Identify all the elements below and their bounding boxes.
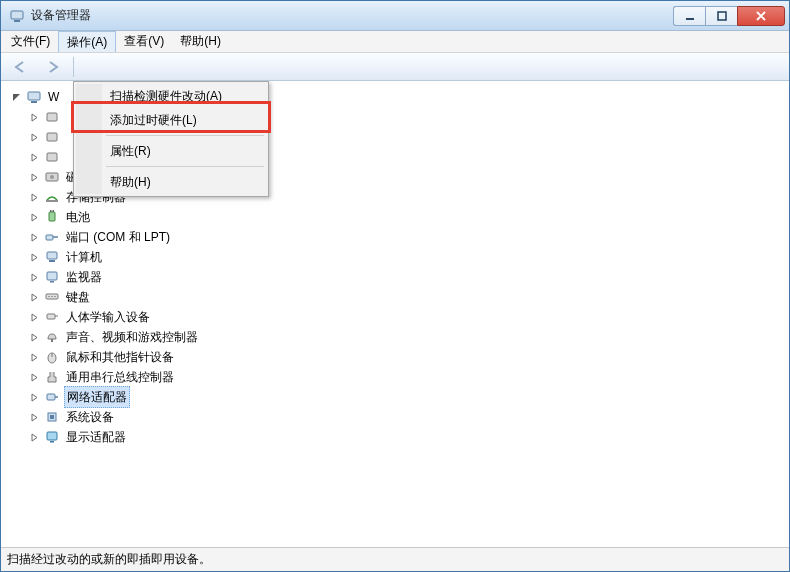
expand-toggle-icon[interactable] [29, 132, 40, 143]
svg-rect-0 [11, 11, 23, 19]
device-category-icon [44, 169, 60, 185]
action-dropdown: 扫描检测硬件改动(A) 添加过时硬件(L) 属性(R) 帮助(H) [73, 81, 269, 197]
tree-item-label: 电池 [64, 207, 92, 227]
tree-item[interactable]: 鼠标和其他指针设备 [11, 347, 787, 367]
menu-help[interactable]: 帮助(H) [172, 31, 229, 52]
device-category-icon [44, 309, 60, 325]
tree-item[interactable]: 显示适配器 [11, 427, 787, 447]
tree-item-label: 计算机 [64, 247, 104, 267]
menu-properties[interactable]: 属性(R) [76, 139, 266, 163]
tree-item[interactable]: 键盘 [11, 287, 787, 307]
svg-rect-14 [53, 210, 55, 212]
tree-item[interactable]: 电池 [11, 207, 787, 227]
svg-rect-13 [50, 210, 52, 212]
computer-icon [26, 89, 42, 105]
tree-item[interactable]: 声音、视频和游戏控制器 [11, 327, 787, 347]
svg-rect-24 [47, 314, 55, 319]
expand-toggle-icon[interactable] [29, 412, 40, 423]
menu-add-legacy-hw[interactable]: 添加过时硬件(L) [76, 108, 266, 132]
window-controls [673, 6, 785, 26]
forward-button[interactable] [39, 56, 67, 78]
tree-item[interactable]: 人体学输入设备 [11, 307, 787, 327]
expand-toggle-icon[interactable] [29, 352, 40, 363]
tree-item[interactable]: 计算机 [11, 247, 787, 267]
expand-toggle-icon[interactable] [29, 332, 40, 343]
device-icon [44, 109, 60, 125]
svg-rect-22 [51, 296, 53, 297]
menu-view[interactable]: 查看(V) [116, 31, 172, 52]
svg-rect-23 [54, 296, 56, 297]
expand-toggle-icon[interactable] [29, 212, 40, 223]
device-category-icon [44, 269, 60, 285]
tree-item-label: 系统设备 [64, 407, 116, 427]
expand-toggle-icon[interactable] [29, 312, 40, 323]
menu-help-item[interactable]: 帮助(H) [76, 170, 266, 194]
expand-toggle-icon[interactable] [29, 252, 40, 263]
tree-item-label: 鼠标和其他指针设备 [64, 347, 176, 367]
svg-rect-7 [47, 133, 57, 141]
tree-item[interactable]: 监视器 [11, 267, 787, 287]
device-category-icon [44, 249, 60, 265]
svg-rect-1 [14, 20, 20, 22]
window-title: 设备管理器 [31, 7, 673, 24]
svg-rect-6 [47, 113, 57, 121]
content-area: W磁盘驱动器存储控制器电池端口 (COM 和 LPT)计算机监视器键盘人体学输入… [1, 81, 789, 547]
maximize-button[interactable] [705, 6, 737, 26]
device-category-icon [44, 329, 60, 345]
expand-toggle-icon[interactable] [29, 392, 40, 403]
back-button[interactable] [7, 56, 35, 78]
expand-toggle-icon[interactable] [29, 172, 40, 183]
tree-item-label: 监视器 [64, 267, 104, 287]
expand-toggle-icon[interactable] [29, 272, 40, 283]
expand-toggle-icon[interactable] [29, 432, 40, 443]
expand-toggle-icon[interactable] [29, 192, 40, 203]
svg-rect-8 [47, 153, 57, 161]
tree-item[interactable]: 系统设备 [11, 407, 787, 427]
svg-rect-32 [50, 441, 54, 443]
device-category-icon [44, 409, 60, 425]
tree-item-label: 键盘 [64, 287, 92, 307]
device-category-icon [44, 369, 60, 385]
expand-toggle-icon[interactable] [11, 92, 22, 103]
toolbar-separator [73, 57, 74, 77]
menu-file[interactable]: 文件(F) [3, 31, 58, 52]
svg-rect-4 [28, 92, 40, 100]
device-manager-window: 设备管理器 文件(F) 操作(A) 查看(V) 帮助(H) W磁盘驱动器存储控制 [0, 0, 790, 572]
svg-rect-30 [50, 415, 54, 419]
svg-point-10 [50, 175, 54, 179]
tree-item-label: 端口 (COM 和 LPT) [64, 227, 172, 247]
dropdown-separator [106, 135, 264, 136]
device-icon [44, 149, 60, 165]
svg-rect-15 [46, 235, 53, 240]
title-bar: 设备管理器 [1, 1, 789, 31]
tree-item-label: 人体学输入设备 [64, 307, 152, 327]
device-icon [44, 129, 60, 145]
device-category-icon [44, 289, 60, 305]
expand-toggle-icon[interactable] [29, 372, 40, 383]
toolbar [1, 53, 789, 81]
minimize-button[interactable] [673, 6, 705, 26]
svg-rect-17 [49, 260, 55, 262]
svg-rect-16 [47, 252, 57, 259]
svg-rect-18 [47, 272, 57, 280]
svg-rect-12 [49, 212, 55, 221]
device-category-icon [44, 189, 60, 205]
device-category-icon [44, 389, 60, 405]
tree-item[interactable]: 通用串行总线控制器 [11, 367, 787, 387]
status-text: 扫描经过改动的或新的即插即用设备。 [7, 551, 211, 568]
close-button[interactable] [737, 6, 785, 26]
device-category-icon [44, 349, 60, 365]
expand-toggle-icon[interactable] [29, 112, 40, 123]
menu-scan-hardware[interactable]: 扫描检测硬件改动(A) [76, 84, 266, 108]
expand-toggle-icon[interactable] [29, 232, 40, 243]
device-category-icon [44, 429, 60, 445]
tree-item-label: 声音、视频和游戏控制器 [64, 327, 200, 347]
svg-rect-2 [686, 18, 694, 20]
tree-item[interactable]: 端口 (COM 和 LPT) [11, 227, 787, 247]
expand-toggle-icon[interactable] [29, 152, 40, 163]
app-icon [9, 8, 25, 24]
tree-item[interactable]: 网络适配器 [11, 387, 787, 407]
expand-toggle-icon[interactable] [29, 292, 40, 303]
dropdown-separator [106, 166, 264, 167]
menu-action[interactable]: 操作(A) [58, 31, 116, 52]
